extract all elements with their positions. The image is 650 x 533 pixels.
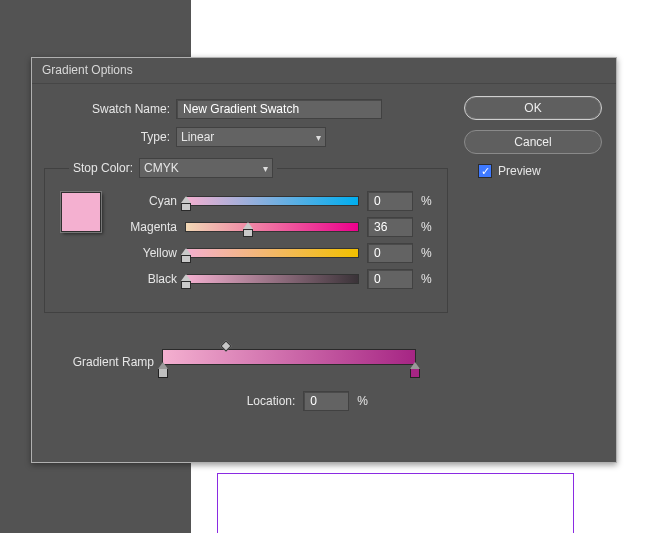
magenta-unit: % bbox=[421, 220, 435, 234]
yellow-value-input[interactable] bbox=[367, 243, 413, 263]
gradient-options-dialog: Gradient Options Swatch Name: Type: Line… bbox=[31, 57, 617, 463]
black-value-input[interactable] bbox=[367, 269, 413, 289]
magenta-label: Magenta bbox=[115, 220, 177, 234]
gradient-stop-right[interactable] bbox=[410, 368, 420, 378]
cyan-value-input[interactable] bbox=[367, 191, 413, 211]
gradient-stop-left[interactable] bbox=[158, 368, 168, 378]
black-unit: % bbox=[421, 272, 435, 286]
magenta-thumb[interactable] bbox=[243, 229, 253, 237]
preview-swatch bbox=[61, 192, 101, 232]
magenta-slider[interactable] bbox=[185, 222, 359, 232]
location-unit: % bbox=[357, 394, 368, 408]
type-select[interactable]: Linear ▾ bbox=[176, 127, 326, 147]
swatch-name-label: Swatch Name: bbox=[44, 102, 170, 116]
stop-color-label: Stop Color: bbox=[73, 161, 133, 175]
yellow-thumb[interactable] bbox=[181, 255, 191, 263]
magenta-value-input[interactable] bbox=[367, 217, 413, 237]
midpoint-diamond[interactable] bbox=[220, 340, 231, 351]
gradient-ramp-label: Gradient Ramp bbox=[44, 349, 154, 369]
chevron-down-icon: ▾ bbox=[316, 132, 321, 143]
ok-button[interactable]: OK bbox=[464, 96, 602, 120]
cyan-label: Cyan bbox=[115, 194, 177, 208]
type-select-value: Linear bbox=[181, 130, 214, 144]
chevron-down-icon: ▾ bbox=[263, 163, 268, 174]
cyan-unit: % bbox=[421, 194, 435, 208]
gradient-ramp[interactable] bbox=[162, 349, 416, 365]
yellow-label: Yellow bbox=[115, 246, 177, 260]
yellow-slider[interactable] bbox=[185, 248, 359, 258]
preview-checkbox-label: Preview bbox=[498, 164, 541, 178]
black-slider[interactable] bbox=[185, 274, 359, 284]
location-input[interactable] bbox=[303, 391, 349, 411]
preview-checkbox[interactable]: ✓ bbox=[478, 164, 492, 178]
cyan-thumb[interactable] bbox=[181, 203, 191, 211]
black-thumb[interactable] bbox=[181, 281, 191, 289]
swatch-name-input[interactable] bbox=[176, 99, 382, 119]
black-label: Black bbox=[115, 272, 177, 286]
yellow-unit: % bbox=[421, 246, 435, 260]
dialog-title: Gradient Options bbox=[32, 58, 616, 84]
stop-color-select[interactable]: CMYK ▾ bbox=[139, 158, 273, 178]
cancel-button[interactable]: Cancel bbox=[464, 130, 602, 154]
location-label: Location: bbox=[247, 394, 296, 408]
document-frame bbox=[217, 473, 574, 533]
cyan-slider[interactable] bbox=[185, 196, 359, 206]
stop-color-value: CMYK bbox=[144, 161, 179, 175]
type-label: Type: bbox=[44, 130, 170, 144]
stop-color-group: Stop Color: CMYK ▾ Cyan bbox=[44, 158, 448, 313]
